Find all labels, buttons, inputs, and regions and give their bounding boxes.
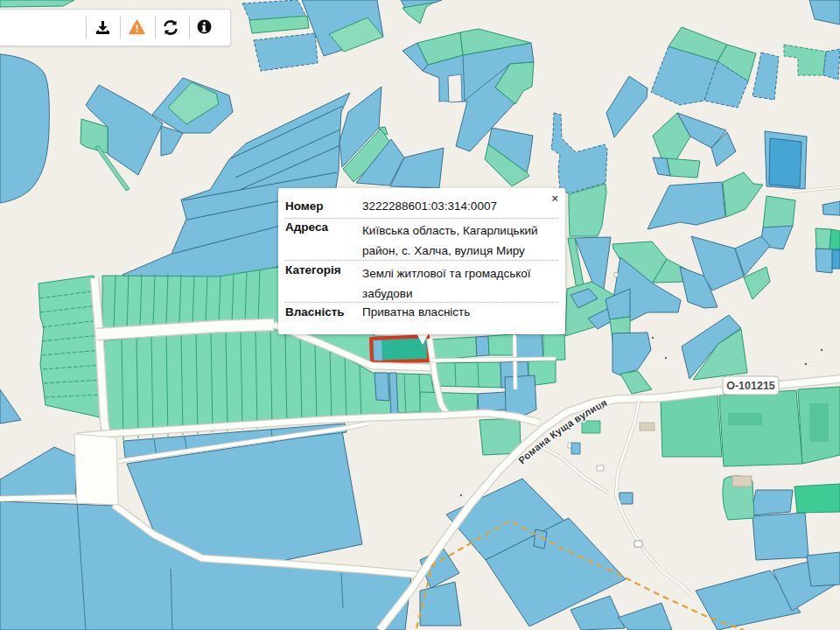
svg-text:О-101215: О-101215 [726,380,775,392]
